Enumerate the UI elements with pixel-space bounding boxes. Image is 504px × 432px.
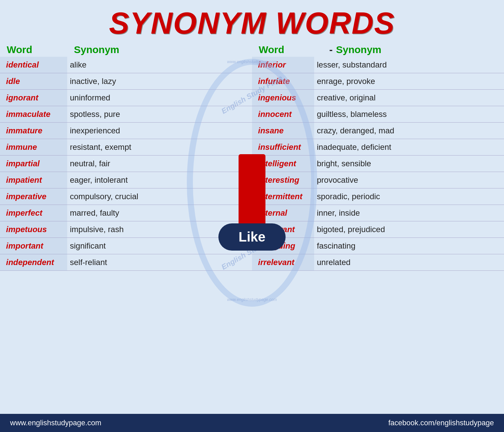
left-syn-cell: compulsory, crucial bbox=[67, 188, 252, 205]
right-syn-cell: bigoted, prejudiced bbox=[314, 221, 504, 238]
right-table-row: insane crazy, deranged, mad bbox=[252, 123, 504, 139]
right-table-row: intelligent bright, sensible bbox=[252, 156, 504, 172]
column-headers: Word Synonym Word - Synonym bbox=[0, 44, 504, 55]
left-syn-cell: alike bbox=[67, 57, 252, 73]
right-col-headers: Word - Synonym bbox=[252, 44, 501, 55]
left-syn-cell: inactive, lazy bbox=[67, 73, 252, 90]
right-syn-cell: inadequate, deficient bbox=[314, 139, 504, 156]
left-word-cell: impatient bbox=[0, 172, 67, 188]
right-syn-cell: fascinating bbox=[314, 238, 504, 254]
left-synonym-header: Synonym bbox=[74, 44, 252, 55]
left-table-row: idle inactive, lazy bbox=[0, 73, 252, 90]
right-synonym-header: Synonym bbox=[336, 44, 501, 55]
right-table-row: inferior lesser, substandard bbox=[252, 57, 504, 73]
right-dash-header: - bbox=[326, 44, 336, 55]
right-table-row: intriguing fascinating bbox=[252, 238, 504, 254]
left-syn-cell: spotless, pure bbox=[67, 106, 252, 123]
right-table-row: irrelevant unrelated bbox=[252, 254, 504, 271]
left-table-row: identical alike bbox=[0, 57, 252, 73]
right-table-row: internal inner, inside bbox=[252, 205, 504, 221]
left-syn-cell: neutral, fair bbox=[67, 156, 252, 172]
right-syn-cell: bright, sensible bbox=[314, 156, 504, 172]
page-header: SYNONYM WORDS bbox=[0, 0, 504, 44]
right-table-row: intermittent sporadic, periodic bbox=[252, 188, 504, 205]
left-word-cell: identical bbox=[0, 57, 67, 73]
page-title: SYNONYM WORDS bbox=[0, 6, 504, 41]
left-table-row: impatient eager, intolerant bbox=[0, 172, 252, 188]
right-word-cell: innocent bbox=[252, 106, 314, 123]
watermark-url-bottom: www.englishstudypage.com bbox=[227, 297, 277, 302]
left-syn-cell: inexperienced bbox=[67, 123, 252, 139]
right-synonym-table: inferior lesser, substandard infuriate e… bbox=[252, 57, 504, 271]
right-table-row: interesting provocative bbox=[252, 172, 504, 188]
right-table-row: infuriate enrage, provoke bbox=[252, 73, 504, 90]
red-rectangle bbox=[239, 154, 265, 228]
like-button[interactable]: Like bbox=[218, 223, 286, 251]
footer-left: www.englishstudypage.com bbox=[10, 419, 101, 427]
footer: www.englishstudypage.com facebook.com/en… bbox=[0, 414, 504, 432]
right-syn-cell: provocative bbox=[314, 172, 504, 188]
main-content: identical alike idle inactive, lazy igno… bbox=[0, 57, 504, 271]
right-word-cell: irrelevant bbox=[252, 254, 314, 271]
left-table-row: immaculate spotless, pure bbox=[0, 106, 252, 123]
left-word-cell: ignorant bbox=[0, 90, 67, 106]
right-table-row: innocent guiltless, blameless bbox=[252, 106, 504, 123]
left-table-row: imperative compulsory, crucial bbox=[0, 188, 252, 205]
left-table-row: impartial neutral, fair bbox=[0, 156, 252, 172]
right-word-cell: infuriate bbox=[252, 73, 314, 90]
left-word-cell: impartial bbox=[0, 156, 67, 172]
left-word-cell: imperfect bbox=[0, 205, 67, 221]
left-table-row: important significant bbox=[0, 238, 252, 254]
right-syn-cell: unrelated bbox=[314, 254, 504, 271]
left-table-row: independent self-reliant bbox=[0, 254, 252, 271]
right-syn-cell: creative, original bbox=[314, 90, 504, 106]
left-word-cell: impetuous bbox=[0, 221, 67, 238]
left-table-row: imperfect marred, faulty bbox=[0, 205, 252, 221]
left-table-row: impetuous impulsive, rash bbox=[0, 221, 252, 238]
right-syn-cell: inner, inside bbox=[314, 205, 504, 221]
left-syn-cell: eager, intolerant bbox=[67, 172, 252, 188]
right-word-header: Word bbox=[259, 44, 326, 55]
left-syn-cell: marred, faulty bbox=[67, 205, 252, 221]
left-word-cell: immature bbox=[0, 123, 67, 139]
left-syn-cell: resistant, exempt bbox=[67, 139, 252, 156]
right-syn-cell: sporadic, periodic bbox=[314, 188, 504, 205]
left-word-cell: idle bbox=[0, 73, 67, 90]
right-word-cell: inferior bbox=[252, 57, 314, 73]
left-table-row: immune resistant, exempt bbox=[0, 139, 252, 156]
right-word-cell: insufficient bbox=[252, 139, 314, 156]
right-table-row: ingenious creative, original bbox=[252, 90, 504, 106]
right-syn-cell: guiltless, blameless bbox=[314, 106, 504, 123]
footer-right: facebook.com/englishstudypage bbox=[388, 419, 494, 427]
left-word-header: Word bbox=[7, 44, 74, 55]
left-col-headers: Word Synonym bbox=[3, 44, 252, 55]
right-table-row: intolerant bigoted, prejudiced bbox=[252, 221, 504, 238]
right-word-cell: insane bbox=[252, 123, 314, 139]
left-word-cell: imperative bbox=[0, 188, 67, 205]
left-table-row: ignorant uninformed bbox=[0, 90, 252, 106]
left-synonym-table: identical alike idle inactive, lazy igno… bbox=[0, 57, 252, 271]
left-syn-cell: uninformed bbox=[67, 90, 252, 106]
right-table-row: insufficient inadequate, deficient bbox=[252, 139, 504, 156]
left-syn-cell: self-reliant bbox=[67, 254, 252, 271]
right-syn-cell: lesser, substandard bbox=[314, 57, 504, 73]
left-word-cell: immaculate bbox=[0, 106, 67, 123]
right-word-cell: ingenious bbox=[252, 90, 314, 106]
left-table-row: immature inexperienced bbox=[0, 123, 252, 139]
right-syn-cell: crazy, deranged, mad bbox=[314, 123, 504, 139]
left-word-cell: independent bbox=[0, 254, 67, 271]
left-word-cell: important bbox=[0, 238, 67, 254]
left-word-cell: immune bbox=[0, 139, 67, 156]
right-syn-cell: enrage, provoke bbox=[314, 73, 504, 90]
